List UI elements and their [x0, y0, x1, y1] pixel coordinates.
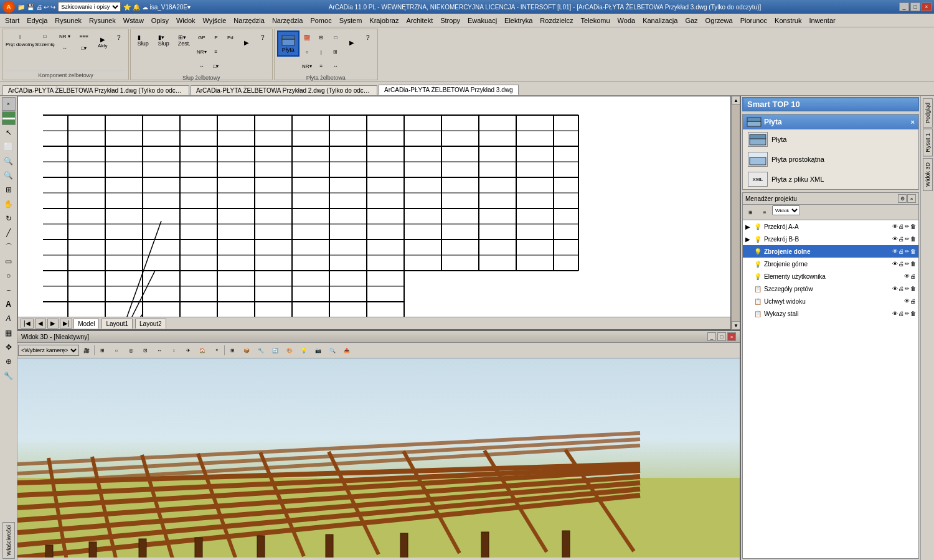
v3d-btn12[interactable]: 🔧 [254, 343, 268, 357]
pm-item-elementy[interactable]: 💡 Elementy użytkownika 👁 🖨 [743, 270, 918, 282]
last-tab-btn[interactable]: ▶| [60, 319, 73, 329]
menu-start[interactable]: Start [1, 16, 23, 26]
zoom-window-btn[interactable]: ⊞ [2, 183, 16, 197]
copy-btn[interactable]: ⊕ [2, 355, 16, 368]
menu-rysunek2[interactable]: Rysunek [85, 16, 120, 26]
plate-option-plain[interactable]: Płyta [743, 129, 918, 149]
help-btn2[interactable]: ? [256, 30, 270, 44]
pan-btn[interactable]: ✋ [2, 197, 16, 211]
otwor-btn[interactable]: ○ [300, 45, 314, 58]
pm-item-przekroj-aa[interactable]: ▶ 💡 Przekrój A-A 👁 🖨 ✏ 🗑 [743, 220, 918, 233]
podglad-tab[interactable]: Podgląd [923, 98, 933, 128]
scroll-down-btn[interactable]: ▼ [732, 321, 740, 330]
toolbar-icons[interactable]: 📁 💾 🖨 ↩ ↪ [17, 4, 55, 11]
v3d-btn2[interactable]: ○ [110, 343, 123, 357]
pm-item-zbrojenie-gorne[interactable]: 💡 Zbrojenie górne 👁 🖨 ✏ 🗑 [743, 258, 918, 270]
pm-settings-btn[interactable]: ⚙ [898, 194, 907, 203]
del-icon-aa[interactable]: 🗑 [910, 223, 916, 230]
v3d-btn1[interactable]: ⊞ [95, 343, 109, 357]
help-btn1[interactable]: ? [112, 30, 126, 44]
eye-icon-aa[interactable]: 👁 [892, 223, 898, 230]
v3d-btn17[interactable]: 🔍 [326, 343, 339, 357]
tab-drawing3[interactable]: ArCADia-PŁYTA ŻELBETOWA Przykład 3.dwg [379, 85, 519, 95]
menu-stropy[interactable]: Stropy [436, 16, 464, 26]
plate-option-rect[interactable]: Płyta prostokątna [743, 149, 918, 169]
arrow-btn[interactable]: ↖ [2, 126, 16, 139]
v3d-btn5[interactable]: ↔ [153, 343, 166, 357]
widok-btn[interactable]: □▾ [75, 42, 93, 54]
menu-architekt[interactable]: Architekt [402, 16, 436, 26]
close-button[interactable]: × [922, 2, 932, 11]
wym-btn[interactable]: ↔ [195, 59, 209, 73]
first-tab-btn[interactable]: |◀ [21, 319, 34, 329]
szczegol-btn[interactable]: NR ▾ [55, 30, 74, 42]
line-btn[interactable]: ╱ [2, 226, 16, 240]
menu-pomoc[interactable]: Pomoc [306, 16, 335, 26]
v3d-btn3[interactable]: ◎ [124, 343, 138, 357]
v3d-btn11[interactable]: 📦 [240, 343, 253, 357]
menu-ewakuacj[interactable]: Ewakuacj [464, 16, 501, 26]
pm-item-przekroj-bb[interactable]: ▶ 💡 Przekrój B-B 👁 🖨 ✏ 🗑 [743, 233, 918, 245]
v3d-close-btn[interactable]: × [727, 332, 736, 341]
drawing-vscroll[interactable]: ▲ ▼ [731, 96, 740, 330]
pm-item-uchwyt[interactable]: 📋 Uchwyt widoku 👁 🖨 [743, 295, 918, 307]
prev-tab-btn[interactable]: ◀ [35, 319, 46, 329]
move-btn[interactable]: ✥ [2, 340, 16, 354]
v3d-btn6[interactable]: ↕ [167, 343, 181, 357]
opis-btn[interactable]: ≡≡≡ [75, 30, 93, 42]
menu-rozdzielcz[interactable]: Rozdzielcz [536, 16, 577, 26]
plate-option-xml[interactable]: XML Płyta z pliku XML [743, 169, 918, 189]
v3d-btn8[interactable]: 🏠 [196, 343, 209, 357]
arc-btn[interactable]: ⌢ [2, 283, 16, 297]
menu-narzedzia2[interactable]: Narzędzia [268, 16, 307, 26]
pret2-btn[interactable]: | [314, 45, 328, 58]
menu-system[interactable]: System [336, 16, 366, 26]
menu-wyjscie[interactable]: Wyjście [199, 16, 230, 26]
edit-icon-aa[interactable]: ✏ [905, 223, 910, 230]
circle-btn[interactable]: ○ [2, 269, 16, 282]
pm-close-btn[interactable]: × [907, 194, 916, 203]
widok3d-tab[interactable]: Widok 3D [923, 158, 933, 191]
v3d-minimize-btn[interactable]: _ [707, 332, 716, 341]
siatka-btn[interactable]: ⊞ [329, 45, 342, 58]
slup-aktywuj-btn[interactable]: ▶ [238, 30, 255, 54]
grp-btn[interactable]: GP [195, 30, 209, 44]
szc-btn[interactable]: NR▾ [195, 45, 209, 58]
rect-btn[interactable]: ▭ [2, 254, 16, 268]
pm-item-zbrojenie-dolne[interactable]: 💡 Zbrojenie dolne 👁 🖨 ✏ 🗑 [743, 245, 918, 258]
menu-wstaw[interactable]: Wstaw [120, 16, 148, 26]
v3d-maximize-btn[interactable]: □ [717, 332, 726, 341]
rotate-btn[interactable]: ↻ [2, 212, 16, 225]
menu-edycja[interactable]: Edycja [23, 16, 51, 26]
print-icon-aa[interactable]: 🖨 [899, 223, 904, 230]
slup3-btn[interactable]: □ [329, 30, 342, 44]
slup2-btn[interactable]: ▮▾Słup [154, 30, 174, 50]
polyline-btn[interactable]: ⌒ [2, 240, 16, 254]
tab-drawing1[interactable]: ArCADia-PŁYTA ŻELBETOWA Przykład 1.dwg (… [2, 85, 189, 95]
menu-piorunoc[interactable]: Piorunoc [737, 16, 771, 26]
pret-btn[interactable]: P [209, 30, 223, 44]
pm-view-select[interactable]: Widok [772, 205, 800, 215]
next-tab-btn[interactable]: ▶ [47, 319, 59, 329]
select-btn[interactable]: ⬜ [2, 140, 16, 154]
pm-btn1[interactable]: ⊞ [743, 205, 757, 219]
v3d-btn14[interactable]: 🎨 [283, 343, 296, 357]
menu-kanalizacja[interactable]: Kanalizacja [639, 16, 681, 26]
v3d-btn4[interactable]: ⊡ [138, 343, 152, 357]
menu-narzedzia1[interactable]: Narzędzia [230, 16, 268, 26]
menu-inwentar[interactable]: Inwentar [805, 16, 839, 26]
view3d-viewport[interactable] [17, 358, 740, 558]
plate-dropdown-header[interactable]: Płyta × [743, 114, 918, 129]
pret-dowolny-btn[interactable]: | [14, 30, 26, 42]
menu-krajobraz[interactable]: Krajobraz [366, 16, 402, 26]
v3d-btn10[interactable]: ⊞ [225, 343, 239, 357]
pm-item-wykazy[interactable]: 📋 Wykazy stali 👁 🖨 ✏ 🗑 [743, 307, 918, 320]
misc-btn[interactable]: 🔧 [2, 369, 16, 383]
text2-btn[interactable]: A [2, 312, 16, 325]
menu-widok[interactable]: Widok [172, 16, 199, 26]
v3d-btn16[interactable]: 📷 [311, 343, 325, 357]
scroll-up-btn[interactable]: ▲ [732, 96, 740, 105]
menu-opisy[interactable]: Opisy [148, 16, 172, 26]
tab-drawing2[interactable]: ArCADia-PŁYTA ŻELBETOWA Przykład 2.dwg (… [191, 85, 377, 95]
maximize-button[interactable]: □ [910, 2, 920, 11]
